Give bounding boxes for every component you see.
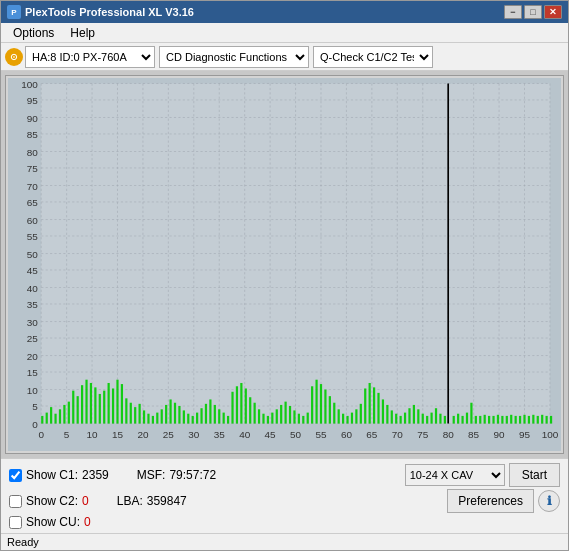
svg-text:15: 15 — [112, 429, 124, 440]
show-cu-group: Show CU: 0 — [9, 515, 91, 529]
lba-value: 359847 — [147, 494, 187, 508]
svg-rect-108 — [134, 407, 136, 423]
svg-text:75: 75 — [27, 163, 39, 174]
svg-text:55: 55 — [315, 429, 327, 440]
svg-rect-120 — [187, 414, 189, 424]
svg-rect-103 — [112, 388, 114, 423]
svg-rect-143 — [289, 406, 291, 424]
svg-rect-196 — [528, 416, 530, 424]
svg-rect-172 — [417, 409, 419, 423]
svg-rect-89 — [50, 407, 52, 423]
svg-rect-130 — [231, 392, 233, 424]
svg-text:80: 80 — [443, 429, 455, 440]
svg-rect-198 — [537, 416, 539, 424]
maximize-button[interactable]: □ — [524, 5, 542, 19]
svg-rect-191 — [506, 416, 508, 424]
msf-group: MSF: 79:57:72 — [137, 468, 216, 482]
svg-rect-192 — [510, 415, 512, 424]
svg-rect-201 — [550, 416, 552, 424]
svg-rect-107 — [130, 403, 132, 424]
function-select[interactable]: CD Diagnostic Functions — [159, 46, 309, 68]
svg-rect-121 — [192, 416, 194, 424]
svg-text:45: 45 — [265, 429, 277, 440]
svg-rect-169 — [404, 413, 406, 424]
svg-text:40: 40 — [239, 429, 251, 440]
svg-rect-183 — [470, 403, 472, 424]
msf-value: 79:57:72 — [169, 468, 216, 482]
info-button[interactable]: ℹ — [538, 490, 560, 512]
svg-rect-151 — [324, 390, 326, 424]
svg-rect-184 — [475, 416, 477, 424]
svg-rect-182 — [466, 413, 468, 424]
close-button[interactable]: ✕ — [544, 5, 562, 19]
drive-selector-group: ⊙ HA:8 ID:0 PX-760A — [5, 46, 155, 68]
svg-rect-188 — [492, 416, 494, 424]
svg-rect-178 — [444, 416, 446, 424]
show-c2-checkbox[interactable] — [9, 495, 22, 508]
svg-rect-124 — [205, 404, 207, 424]
svg-rect-105 — [121, 384, 123, 423]
speed-select[interactable]: 10-24 X CAV4 X CLV8 X CLV16 X CLV — [405, 464, 505, 486]
minimize-button[interactable]: − — [504, 5, 522, 19]
menu-options[interactable]: Options — [5, 24, 62, 42]
status-row-1: Show C1: 2359 MSF: 79:57:72 10-24 X CAV4… — [9, 463, 560, 487]
svg-rect-165 — [386, 405, 388, 424]
svg-rect-147 — [307, 413, 309, 424]
svg-rect-194 — [519, 416, 521, 424]
show-c2-label: Show C2: — [26, 494, 78, 508]
chart-area: 100 95 90 85 80 75 70 65 60 55 50 45 40 … — [1, 71, 568, 458]
test-select[interactable]: Q-Check C1/C2 Test — [313, 46, 433, 68]
svg-text:55: 55 — [27, 231, 39, 242]
start-button[interactable]: Start — [509, 463, 560, 487]
svg-rect-200 — [546, 416, 548, 424]
svg-text:85: 85 — [468, 429, 480, 440]
svg-rect-95 — [77, 396, 79, 423]
c1-value: 2359 — [82, 468, 109, 482]
menu-help[interactable]: Help — [62, 24, 103, 42]
svg-text:65: 65 — [366, 429, 378, 440]
svg-rect-186 — [484, 415, 486, 424]
svg-rect-157 — [351, 413, 353, 424]
main-window: P PlexTools Professional XL V3.16 − □ ✕ … — [0, 0, 569, 551]
svg-text:25: 25 — [163, 429, 175, 440]
svg-rect-187 — [488, 416, 490, 424]
svg-rect-137 — [262, 414, 264, 424]
svg-rect-111 — [147, 414, 149, 424]
svg-rect-142 — [285, 402, 287, 424]
svg-text:75: 75 — [417, 429, 429, 440]
chart-inner: 100 95 90 85 80 75 70 65 60 55 50 45 40 … — [8, 78, 561, 451]
show-cu-label: Show CU: — [26, 515, 80, 529]
svg-rect-149 — [315, 380, 317, 424]
status-panel: Show C1: 2359 MSF: 79:57:72 10-24 X CAV4… — [1, 458, 568, 533]
svg-rect-92 — [63, 405, 65, 424]
svg-rect-128 — [223, 413, 225, 424]
show-c1-checkbox[interactable] — [9, 469, 22, 482]
svg-rect-195 — [523, 415, 525, 424]
svg-rect-171 — [413, 405, 415, 424]
svg-text:35: 35 — [27, 299, 39, 310]
svg-text:10: 10 — [27, 385, 39, 396]
lba-label: LBA: — [117, 494, 143, 508]
svg-rect-117 — [174, 403, 176, 424]
show-cu-checkbox[interactable] — [9, 516, 22, 529]
svg-rect-173 — [422, 414, 424, 424]
svg-text:90: 90 — [27, 113, 39, 124]
svg-rect-166 — [391, 410, 393, 423]
svg-rect-163 — [377, 393, 379, 424]
right-controls-row2: Preferences ℹ — [447, 489, 560, 513]
svg-rect-97 — [85, 380, 87, 424]
svg-rect-199 — [541, 415, 543, 424]
svg-text:95: 95 — [27, 95, 39, 106]
window-title: PlexTools Professional XL V3.16 — [25, 6, 504, 18]
svg-rect-190 — [501, 416, 503, 424]
svg-rect-136 — [258, 409, 260, 423]
status-row-3: Show CU: 0 — [9, 515, 560, 529]
svg-rect-102 — [108, 383, 110, 424]
toolbar: ⊙ HA:8 ID:0 PX-760A CD Diagnostic Functi… — [1, 43, 568, 71]
svg-rect-179 — [453, 416, 455, 424]
svg-text:95: 95 — [519, 429, 531, 440]
preferences-button[interactable]: Preferences — [447, 489, 534, 513]
drive-select[interactable]: HA:8 ID:0 PX-760A — [25, 46, 155, 68]
svg-text:10: 10 — [87, 429, 99, 440]
svg-text:0: 0 — [38, 429, 44, 440]
